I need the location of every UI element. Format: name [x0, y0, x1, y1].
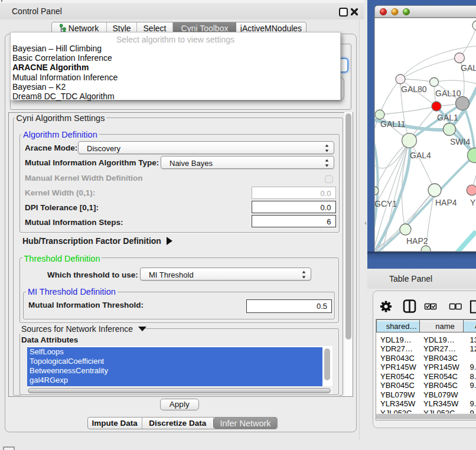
- svg-text:GCY1: GCY1: [374, 199, 397, 208]
- svg-text:Y: Y: [470, 198, 476, 207]
- svg-text:GAL1: GAL1: [437, 113, 458, 122]
- svg-text:GAL11: GAL11: [380, 119, 406, 129]
- svg-text:GAL4: GAL4: [410, 151, 431, 160]
- svg-text:GAL80: GAL80: [401, 84, 427, 94]
- svg-text:SWI4: SWI4: [450, 137, 470, 146]
- svg-text:GAL10: GAL10: [435, 89, 461, 98]
- svg-text:HAP2: HAP2: [406, 236, 428, 246]
- svg-text:HAP4: HAP4: [435, 198, 457, 207]
- svg-text:GAL2: GAL2: [461, 63, 476, 73]
